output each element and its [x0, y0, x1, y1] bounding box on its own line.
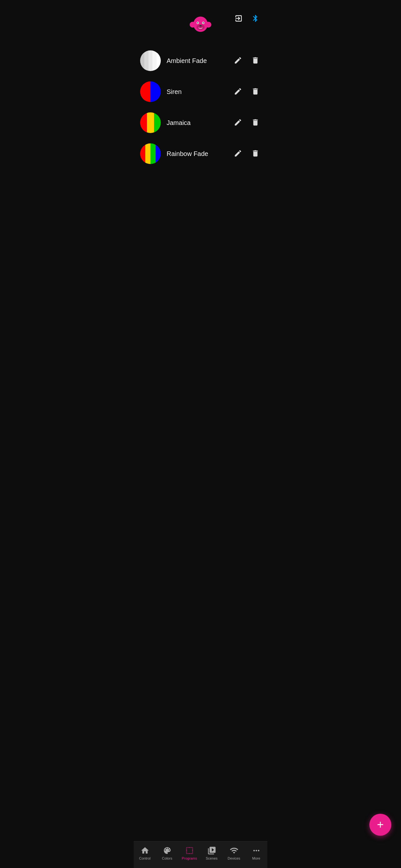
svg-point-3	[196, 24, 204, 30]
siren-icon	[140, 82, 161, 102]
edit-siren-button[interactable]	[233, 86, 243, 98]
nav-colors-label: Colors	[162, 857, 173, 860]
program-name: Ambient Fade	[166, 57, 227, 65]
program-actions	[233, 117, 261, 129]
program-actions	[233, 148, 261, 160]
ambient-fade-icon	[140, 51, 161, 71]
palette-icon	[163, 846, 172, 855]
edit-icon	[234, 87, 242, 96]
edit-rainbow-fade-button[interactable]	[233, 148, 243, 160]
program-item: Ambient Fade	[134, 45, 267, 76]
bottom-nav: Control Colors Programs Scenes Devices M…	[134, 841, 267, 868]
delete-icon	[251, 118, 259, 127]
rainbow-fade-icon	[140, 144, 161, 164]
home-icon	[141, 846, 150, 855]
svg-point-8	[199, 25, 202, 27]
header	[134, 0, 267, 42]
program-item: Jamaica	[134, 107, 267, 138]
program-list: Ambient Fade Siren	[134, 42, 267, 173]
nav-devices-label: Devices	[227, 857, 240, 860]
devices-icon	[229, 846, 239, 855]
delete-jamaica-button[interactable]	[250, 117, 261, 129]
program-item: Rainbow Fade	[134, 138, 267, 169]
delete-rainbow-fade-button[interactable]	[250, 148, 261, 160]
program-actions	[233, 86, 261, 98]
jamaica-icon	[140, 113, 161, 133]
nav-scenes[interactable]: Scenes	[201, 845, 223, 862]
delete-ambient-fade-button[interactable]	[250, 55, 261, 67]
edit-ambient-fade-button[interactable]	[233, 55, 243, 67]
delete-icon	[251, 149, 259, 158]
program-name: Jamaica	[166, 119, 227, 127]
nav-more-label: More	[252, 857, 260, 860]
login-button[interactable]	[233, 13, 244, 25]
bluetooth-button[interactable]	[250, 13, 261, 25]
program-actions	[233, 55, 261, 67]
bluetooth-icon	[251, 14, 259, 23]
svg-point-7	[203, 22, 204, 24]
delete-icon	[251, 87, 259, 96]
edit-icon	[234, 149, 242, 158]
nav-scenes-label: Scenes	[206, 857, 218, 860]
nav-more[interactable]: More	[245, 845, 267, 862]
programs-icon	[185, 846, 194, 855]
monkey-logo	[189, 13, 212, 35]
program-item: Siren	[134, 76, 267, 107]
delete-icon	[251, 56, 259, 65]
edit-jamaica-button[interactable]	[233, 117, 243, 129]
program-name: Rainbow Fade	[166, 150, 227, 158]
nav-devices[interactable]: Devices	[223, 845, 245, 862]
svg-point-6	[197, 22, 198, 24]
nav-control[interactable]: Control	[134, 845, 156, 862]
header-actions	[233, 13, 261, 25]
nav-programs[interactable]: Programs	[178, 845, 201, 862]
scenes-icon	[207, 846, 216, 855]
nav-control-label: Control	[139, 857, 150, 860]
login-icon	[235, 14, 243, 23]
nav-colors[interactable]: Colors	[156, 845, 178, 862]
delete-siren-button[interactable]	[250, 86, 261, 98]
nav-programs-label: Programs	[182, 857, 197, 860]
program-name: Siren	[166, 88, 227, 96]
edit-icon	[234, 56, 242, 65]
edit-icon	[234, 118, 242, 127]
more-icon	[252, 846, 261, 855]
